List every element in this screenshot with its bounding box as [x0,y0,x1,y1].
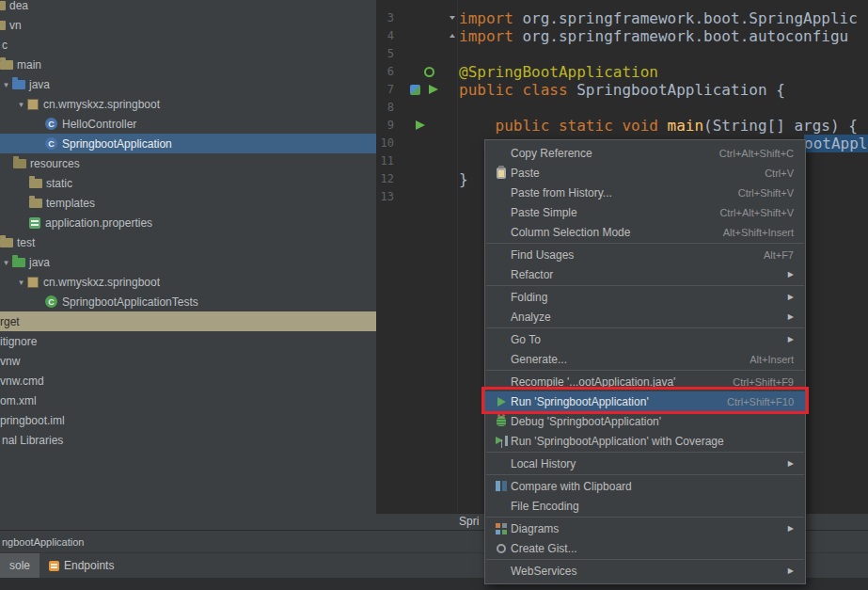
expand-arrow-icon[interactable]: ▾ [0,258,12,267]
tree-item-java[interactable]: ▾java [0,252,376,272]
tree-item-label: cn.wmyskxz.springboot [43,98,160,111]
tool-tab-sole[interactable]: sole [0,553,39,578]
menu-item-shortcut: Alt+F7 [764,249,794,261]
menu-item-file-encoding[interactable]: File Encoding [485,496,805,516]
menu-item-label: Analyze [511,311,551,324]
tree-item-application-properties[interactable]: application.properties [0,213,376,232]
menu-separator [486,243,804,244]
tree-item-rget[interactable]: rget [0,311,376,331]
menu-item-label: Debug 'SpringbootApplication' [511,415,661,428]
code-line-6[interactable]: 6@SpringBootApplication [376,63,868,81]
menu-item-run-springbootapplication[interactable]: Run 'SpringbootApplication'Ctrl+Shift+F1… [485,391,805,411]
code-line-9[interactable]: 9 public static void main(String[] args)… [376,117,868,135]
menu-item-label: Run 'SpringbootApplication' with Coverag… [511,435,724,448]
line-number: 8 [376,99,394,117]
run-icon[interactable] [429,85,438,94]
submenu-arrow-icon: ▶ [788,459,794,468]
props-icon [29,217,40,229]
tree-item-resources[interactable]: resources [0,153,376,173]
tree-item-cn-wmyskxz-springboot[interactable]: ▾cn.wmyskxz.springboot [0,272,376,292]
tree-item-java[interactable]: ▾java [0,74,376,94]
line-number: 13 [376,188,394,206]
code-token: import [459,9,522,27]
menu-separator [486,517,804,518]
menu-item-column-selection-mode[interactable]: Column Selection ModeAlt+Shift+Insert [485,222,805,242]
menu-item-debug-springbootapplication[interactable]: Debug 'SpringbootApplication' [485,411,805,431]
tree-item-itignore[interactable]: itignore [0,331,376,351]
coverage-icon [496,436,508,446]
menu-separator [486,474,804,475]
expand-arrow-icon[interactable]: ▾ [0,80,12,89]
tree-item-om-xml[interactable]: om.xml [0,391,376,410]
project-panel: deavncmain▾java▾cn.wmyskxz.springbootCHe… [0,0,376,530]
class-test-icon: C [45,295,57,308]
tree-item-vn[interactable]: vn [0,15,376,35]
code-line-8[interactable]: 8 [376,99,868,117]
menu-item-label: Paste from History... [511,186,612,199]
tree-item-c[interactable]: c [0,35,376,55]
menu-item-find-usages[interactable]: Find UsagesAlt+F7 [485,245,805,264]
menu-item-copy-reference[interactable]: Copy ReferenceCtrl+Alt+Shift+C [485,143,805,163]
menu-item-label: Compare with Clipboard [511,480,632,493]
line-number: 10 [376,135,394,152]
menu-item-label: Refactor [511,268,553,281]
tree-item-nal-libraries[interactable]: nal Libraries [0,430,376,450]
menu-item-refactor[interactable]: Refactor▶ [485,264,805,284]
code-line-7[interactable]: 7public class SpringbootApplication { [376,81,868,99]
menu-item-compare-with-clipboard[interactable]: Compare with Clipboard [485,476,805,496]
tree-item-pringboot-iml[interactable]: pringboot.iml [0,410,376,430]
code-token: main [668,117,704,135]
tree-item-static[interactable]: static [0,173,376,193]
menu-item-create-gist[interactable]: Create Gist... [485,538,805,558]
code-line-5[interactable]: 5 [376,45,868,63]
tree-item-vnw-cmd[interactable]: vnw.cmd [0,371,376,391]
menu-item-label: Paste Simple [511,206,577,219]
tree-item-springbootapplicationtests[interactable]: CSpringbootApplicationTests [0,292,376,311]
menu-item-generate[interactable]: Generate...Alt+Insert [485,349,805,369]
tree-item-templates[interactable]: templates [0,193,376,213]
code-text: } [459,170,468,188]
menu-item-analyze[interactable]: Analyze▶ [485,307,805,327]
run-icon [497,397,506,407]
menu-item-paste-from-history[interactable]: Paste from History...Ctrl+Shift+V [485,183,805,202]
menu-item-recompile-ootapplication-java[interactable]: Recompile '...ootApplication.java'Ctrl+S… [485,372,805,391]
tree-item-vnw[interactable]: vnw [0,351,376,371]
submenu-arrow-icon: ▶ [788,566,794,575]
tree-item-label: rget [0,315,20,328]
tree-item-test[interactable]: test [0,232,376,252]
folder-icon [0,1,6,10]
spring-icon[interactable] [424,67,434,77]
menu-item-run-springbootapplication-with-coverage[interactable]: Run 'SpringbootApplication' with Coverag… [485,431,805,451]
code-token: org.springframework.boot.SpringApplic [522,9,857,27]
menu-item-paste-simple[interactable]: Paste SimpleCtrl+Alt+Shift+V [485,202,805,222]
boot-run-icon[interactable] [410,85,420,95]
tree-item-cn-wmyskxz-springboot[interactable]: ▾cn.wmyskxz.springboot [0,94,376,114]
menu-item-label: Local History [511,457,576,470]
tool-tab-endpoints[interactable]: Endpoints [39,553,123,578]
line-number: 11 [376,152,394,170]
menu-separator [486,327,804,328]
menu-item-folding[interactable]: Folding▶ [485,287,805,307]
tree-item-hellocontroller[interactable]: CHelloController [0,114,376,134]
run-icon[interactable] [416,120,425,130]
class-icon: C [45,137,57,150]
menu-item-shortcut: Ctrl+Shift+F9 [733,376,794,388]
tree-item-label: SpringbootApplicationTests [62,295,198,309]
menu-item-go-to[interactable]: Go To▶ [485,329,805,349]
paste-icon [497,167,506,179]
menu-item-label: Recompile '...ootApplication.java' [511,375,675,389]
code-token: @SpringBootApplication [459,63,658,81]
expand-arrow-icon[interactable]: ▾ [15,278,27,287]
tree-item-springbootapplication[interactable]: CSpringbootApplication [0,134,376,153]
menu-item-paste[interactable]: PasteCtrl+V [485,163,805,183]
folder-icon [29,179,42,188]
menu-item-webservices[interactable]: WebServices▶ [485,561,805,581]
covered-code-fragment: ootApplic [804,135,868,152]
menu-item-local-history[interactable]: Local History▶ [485,454,805,473]
expand-arrow-icon[interactable]: ▾ [15,100,27,109]
folder-icon [29,199,42,208]
fold-up-icon [450,34,455,38]
tree-item-dea[interactable]: dea [0,0,376,15]
menu-item-diagrams[interactable]: Diagrams▶ [485,518,805,538]
tree-item-main[interactable]: main [0,55,376,74]
